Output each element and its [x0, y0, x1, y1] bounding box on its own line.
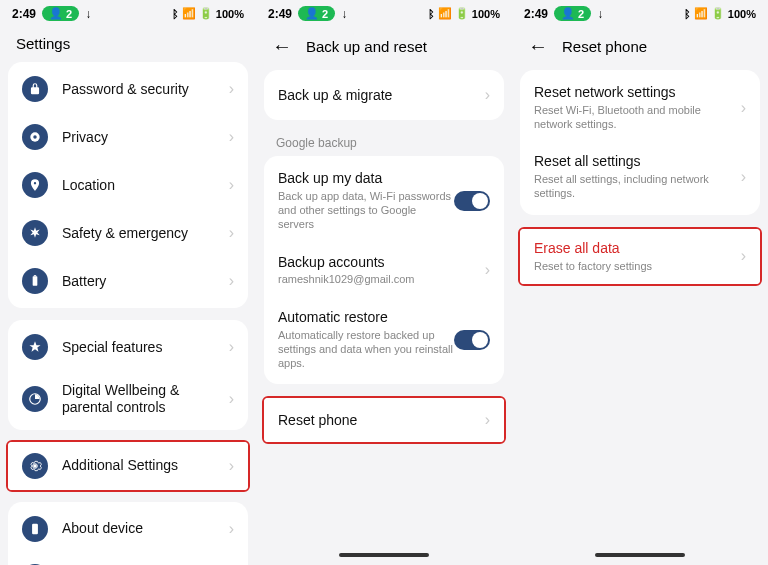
row-safety-emergency[interactable]: Safety & emergency ›: [8, 209, 248, 257]
chevron-right-icon: ›: [229, 128, 234, 146]
section-label-google-backup: Google backup: [256, 132, 512, 156]
back-icon[interactable]: ←: [528, 35, 548, 58]
status-icons: ᛒ 📶 🔋 100%: [428, 7, 500, 20]
battery-icon: 🔋: [199, 7, 213, 20]
row-special-features[interactable]: Special features ›: [8, 323, 248, 371]
chevron-right-icon: ›: [485, 411, 490, 429]
star-icon: [22, 334, 48, 360]
lock-icon: [22, 76, 48, 102]
status-bar: 2:49 👤 2 ↓ ᛒ 📶 🔋 100%: [0, 0, 256, 27]
signal-icon: 📶: [438, 7, 452, 20]
row-reset-phone[interactable]: Reset phone ›: [264, 398, 504, 442]
page-title: Settings: [0, 27, 256, 62]
svg-rect-6: [32, 523, 38, 534]
highlight-reset-phone: Reset phone ›: [262, 396, 506, 444]
toggle-backup-data[interactable]: [454, 191, 490, 211]
asterisk-icon: [22, 220, 48, 246]
chevron-right-icon: ›: [741, 168, 746, 186]
download-icon: ↓: [85, 7, 91, 21]
screen-settings: 2:49 👤 2 ↓ ᛒ 📶 🔋 100% Settings Password …: [0, 0, 256, 565]
chevron-right-icon: ›: [741, 99, 746, 117]
backup-migrate-card: Back up & migrate ›: [264, 70, 504, 120]
row-digital-wellbeing[interactable]: Digital Wellbeing & parental controls ›: [8, 371, 248, 427]
settings-group-1: Password & security › Privacy › Location…: [8, 62, 248, 308]
chevron-right-icon: ›: [229, 80, 234, 98]
status-time: 2:49: [12, 7, 36, 21]
chevron-right-icon: ›: [229, 457, 234, 475]
chevron-right-icon: ›: [229, 338, 234, 356]
row-backup-my-data[interactable]: Back up my data Back up app data, Wi-Fi …: [264, 159, 504, 243]
notification-badge: 👤 2: [42, 6, 79, 21]
bluetooth-icon: ᛒ: [684, 8, 691, 20]
highlight-additional-settings: Additional Settings ›: [6, 440, 250, 492]
svg-rect-2: [33, 276, 38, 285]
row-password-security[interactable]: Password & security ›: [8, 65, 248, 113]
status-bar: 2:49 👤 2 ↓ ᛒ 📶 🔋 100%: [256, 0, 512, 27]
download-icon: ↓: [597, 7, 603, 21]
location-icon: [22, 172, 48, 198]
signal-icon: 📶: [694, 7, 708, 20]
page-title: Back up and reset: [306, 38, 427, 55]
screen-reset-phone: 2:49 👤 2 ↓ ᛒ 📶 🔋 100% ← Reset phone Rese…: [512, 0, 768, 565]
wellbeing-icon: [22, 386, 48, 412]
settings-group-2: Special features › Digital Wellbeing & p…: [8, 320, 248, 430]
gear-icon: [22, 453, 48, 479]
google-backup-card: Back up my data Back up app data, Wi-Fi …: [264, 156, 504, 384]
about-icon: [22, 516, 48, 542]
row-reset-network[interactable]: Reset network settings Reset Wi-Fi, Blue…: [520, 73, 760, 142]
chevron-right-icon: ›: [229, 390, 234, 408]
svg-rect-3: [34, 275, 36, 276]
chevron-right-icon: ›: [229, 272, 234, 290]
signal-icon: 📶: [182, 7, 196, 20]
status-icons: ᛒ 📶 🔋 100%: [172, 7, 244, 20]
chevron-right-icon: ›: [485, 86, 490, 104]
row-about-device[interactable]: About device ›: [8, 505, 248, 553]
highlight-erase-all-data: Erase all data Reset to factory settings…: [518, 227, 762, 286]
settings-group-3: About device › Users & accounts › Google…: [8, 502, 248, 565]
row-reset-all-settings[interactable]: Reset all settings Reset all settings, i…: [520, 142, 760, 211]
notification-badge: 👤 2: [298, 6, 335, 21]
svg-point-1: [33, 135, 37, 139]
nav-pill[interactable]: [595, 553, 685, 557]
toggle-auto-restore[interactable]: [454, 330, 490, 350]
row-users-accounts[interactable]: Users & accounts ›: [8, 553, 248, 565]
row-erase-all-data[interactable]: Erase all data Reset to factory settings…: [520, 229, 760, 284]
chevron-right-icon: ›: [229, 224, 234, 242]
screen-backup-reset: 2:49 👤 2 ↓ ᛒ 📶 🔋 100% ← Back up and rese…: [256, 0, 512, 565]
row-privacy[interactable]: Privacy ›: [8, 113, 248, 161]
chevron-right-icon: ›: [229, 176, 234, 194]
download-icon: ↓: [341, 7, 347, 21]
chevron-right-icon: ›: [485, 261, 490, 279]
row-backup-accounts[interactable]: Backup accounts rameshnik1029@gmail.com …: [264, 243, 504, 298]
privacy-icon: [22, 124, 48, 150]
status-icons: ᛒ 📶 🔋 100%: [684, 7, 756, 20]
row-location[interactable]: Location ›: [8, 161, 248, 209]
reset-options-card: Reset network settings Reset Wi-Fi, Blue…: [520, 70, 760, 215]
row-automatic-restore[interactable]: Automatic restore Automatically restore …: [264, 298, 504, 382]
battery-icon: [22, 268, 48, 294]
battery-icon: 🔋: [711, 7, 725, 20]
row-battery[interactable]: Battery ›: [8, 257, 248, 305]
status-bar: 2:49 👤 2 ↓ ᛒ 📶 🔋 100%: [512, 0, 768, 27]
notification-badge: 👤 2: [554, 6, 591, 21]
svg-point-5: [33, 464, 37, 468]
battery-icon: 🔋: [455, 7, 469, 20]
bluetooth-icon: ᛒ: [428, 8, 435, 20]
chevron-right-icon: ›: [741, 247, 746, 265]
status-time: 2:49: [268, 7, 292, 21]
page-title: Reset phone: [562, 38, 647, 55]
row-backup-migrate[interactable]: Back up & migrate ›: [264, 73, 504, 117]
nav-pill[interactable]: [339, 553, 429, 557]
status-time: 2:49: [524, 7, 548, 21]
back-icon[interactable]: ←: [272, 35, 292, 58]
bluetooth-icon: ᛒ: [172, 8, 179, 20]
chevron-right-icon: ›: [229, 520, 234, 538]
row-additional-settings[interactable]: Additional Settings ›: [8, 442, 248, 490]
